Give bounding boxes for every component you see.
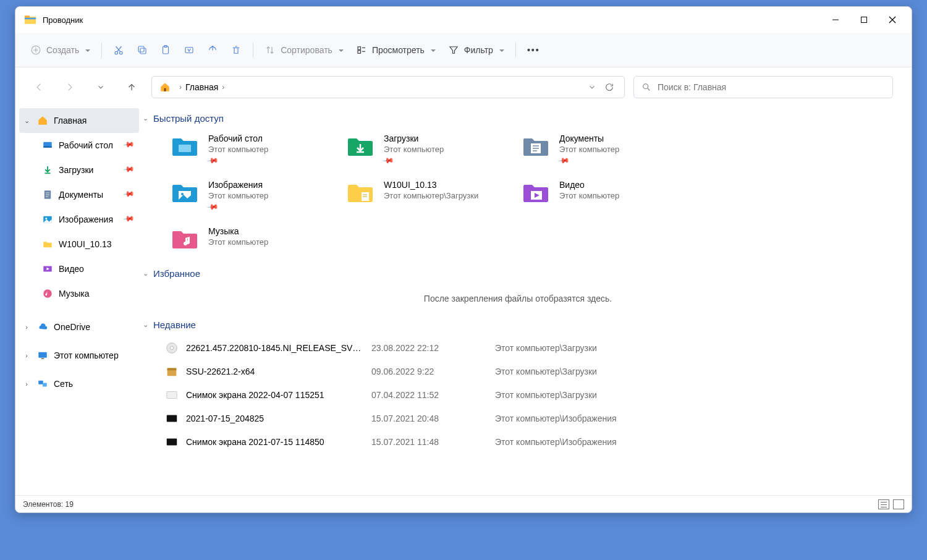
file-icon (165, 412, 179, 425)
sort-button[interactable]: Сортировать (258, 39, 350, 61)
favorites-empty-message: После закрепления файлы отобразятся здес… (143, 285, 893, 315)
sidebar-item[interactable]: Документы📌 (19, 182, 139, 207)
chevron-right-icon: › (222, 83, 224, 91)
title-bar[interactable]: Проводник (15, 7, 912, 33)
new-button[interactable]: Создать (24, 39, 96, 61)
svg-rect-57 (167, 392, 177, 399)
pin-icon: 📌 (206, 201, 219, 213)
sidebar-item[interactable]: W10UI_10.13 (19, 232, 139, 257)
chevron-down-icon (430, 45, 436, 55)
forward-button[interactable] (59, 76, 81, 98)
refresh-button[interactable] (601, 82, 618, 92)
pin-icon: 📌 (122, 163, 137, 177)
folder-icon (521, 180, 551, 205)
copy-button[interactable] (130, 39, 154, 61)
copy-icon (137, 45, 148, 56)
svg-line-25 (648, 88, 650, 90)
file-date: 07.04.2022 11:52 (371, 390, 495, 400)
plus-circle-icon (30, 45, 41, 56)
file-explorer-window: Проводник Создать Сортировать Просмотрет… (15, 6, 912, 513)
folder-icon (41, 139, 54, 151)
sidebar-item[interactable]: Музыка (19, 281, 139, 306)
svg-rect-19 (358, 46, 361, 49)
address-history-button[interactable] (583, 83, 601, 91)
paste-button[interactable] (154, 39, 177, 61)
sidebar-item[interactable]: Загрузки📌 (19, 158, 139, 182)
folder-icon (41, 213, 54, 226)
chevron-right-icon[interactable]: › (22, 352, 32, 359)
status-bar: Элементов: 19 (15, 495, 912, 512)
tile-location: Этот компьютер (559, 145, 619, 154)
breadcrumb[interactable]: Главная (185, 82, 218, 92)
file-location: Этот компьютер\Загрузки (495, 367, 893, 376)
recent-file-row[interactable]: 22621.457.220810-1845.NI_RELEASE_SVC_PR.… (165, 336, 893, 360)
quick-access-tile[interactable]: Музыка Этот компьютер (165, 223, 332, 255)
cut-button[interactable] (107, 39, 130, 61)
close-button[interactable] (878, 10, 907, 30)
share-button[interactable] (201, 39, 224, 61)
folder-icon (41, 189, 54, 201)
sidebar-item[interactable]: Рабочий стол📌 (19, 133, 139, 158)
file-date: 15.07.2021 11:48 (371, 437, 495, 447)
filter-button[interactable]: Фильтр (442, 39, 510, 61)
search-input[interactable]: Поиск в: Главная (633, 76, 893, 98)
more-button[interactable]: ••• (521, 39, 546, 61)
svg-point-11 (120, 51, 123, 54)
file-location: Этот компьютер\Изображения (495, 414, 893, 423)
rename-button[interactable] (177, 39, 201, 61)
large-icons-view-button[interactable] (893, 499, 904, 509)
svg-point-34 (45, 218, 47, 219)
tile-name: Загрузки (384, 134, 444, 143)
quick-access-tile[interactable]: W10UI_10.13 Этот компьютер\Загрузки (341, 176, 507, 215)
recent-file-row[interactable]: SSU-22621.2-x64 09.06.2022 9:22 Этот ком… (165, 360, 893, 383)
recent-file-row[interactable]: 2021-07-15_204825 15.07.2021 20:48 Этот … (165, 407, 893, 430)
maximize-button[interactable] (850, 10, 878, 30)
quick-access-tile[interactable]: Изображения Этот компьютер 📌 (165, 176, 332, 215)
recent-file-row[interactable]: Снимок экрана 2022-04-07 115251 07.04.20… (165, 383, 893, 407)
details-view-button[interactable] (878, 499, 889, 509)
section-quick-access[interactable]: ⌄ Быстрый доступ (143, 113, 893, 124)
section-recent[interactable]: ⌄ Недавние (143, 320, 893, 330)
recent-locations-button[interactable] (90, 76, 112, 98)
toolbar: Создать Сортировать Просмотреть Фильтр •… (15, 33, 912, 67)
quick-access-tile[interactable]: Рабочий стол Этот компьютер 📌 (165, 130, 332, 169)
chevron-right-icon[interactable]: › (22, 380, 32, 388)
sidebar-item[interactable]: Изображения📌 (19, 207, 139, 232)
address-bar[interactable]: › Главная › (151, 76, 625, 98)
sidebar-item-this-pc[interactable]: › Этот компьютер (19, 343, 139, 368)
sidebar-item[interactable]: Видео (19, 257, 139, 281)
sort-icon (265, 45, 276, 56)
back-button[interactable] (28, 76, 50, 98)
chevron-down-icon: ⌄ (143, 321, 148, 329)
chevron-right-icon[interactable]: › (22, 323, 32, 331)
file-date: 09.06.2022 9:22 (371, 367, 495, 376)
up-button[interactable] (121, 76, 143, 98)
folder-icon (170, 134, 200, 158)
section-favorites[interactable]: ⌄ Избранное (143, 268, 893, 279)
recent-file-row[interactable]: Снимок экрана 2021-07-15 114850 15.07.20… (165, 430, 893, 454)
minimize-button[interactable] (821, 10, 850, 30)
view-button[interactable]: Просмотреть (350, 39, 442, 61)
svg-rect-37 (38, 352, 47, 358)
sidebar-item-network[interactable]: › Сеть (19, 371, 139, 396)
quick-access-tile[interactable]: Документы Этот компьютер 📌 (516, 130, 683, 169)
quick-access-tile[interactable]: Загрузки Этот компьютер 📌 (341, 130, 507, 169)
delete-button[interactable] (224, 39, 248, 61)
tile-name: Музыка (208, 226, 268, 236)
chevron-down-icon: ⌄ (143, 114, 148, 122)
svg-rect-1 (25, 15, 30, 17)
home-icon (36, 114, 49, 127)
svg-point-54 (170, 346, 174, 350)
file-name: Снимок экрана 2022-04-07 115251 (186, 390, 371, 400)
file-location: Этот компьютер\Загрузки (495, 390, 893, 400)
tile-name: Рабочий стол (208, 134, 268, 143)
folder-icon (41, 287, 54, 300)
sidebar-item-onedrive[interactable]: › OneDrive (19, 315, 139, 339)
file-name: 2021-07-15_204825 (186, 414, 371, 423)
folder-icon (41, 238, 54, 250)
ellipsis-icon: ••• (527, 45, 540, 55)
chevron-down-icon: ⌄ (22, 117, 32, 125)
quick-access-tile[interactable]: Видео Этот компьютер (516, 176, 683, 215)
sidebar-item-home[interactable]: ⌄ Главная (19, 108, 139, 133)
tile-location: Этот компьютер (559, 191, 619, 200)
